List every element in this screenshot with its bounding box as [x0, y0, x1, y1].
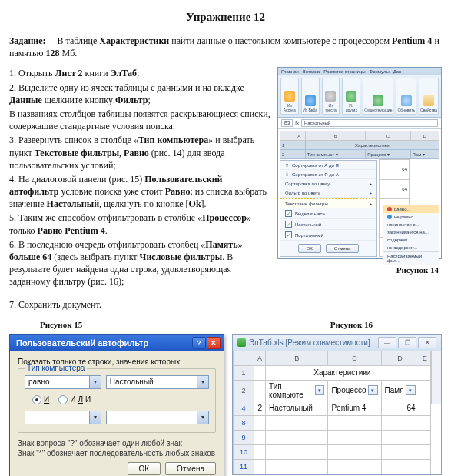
rib-props[interactable]: Свойства: [419, 78, 439, 115]
filter-begins[interactable]: начинается с...: [383, 221, 439, 228]
filter-notcontains[interactable]: не содержит...: [383, 244, 439, 251]
tab-formulas[interactable]: Формулы: [370, 69, 390, 74]
dropdown-icon: ▾: [89, 411, 101, 424]
step-7: 7. Сохранить документ.: [9, 299, 442, 311]
dropdown-icon: ▾: [197, 376, 208, 388]
figure-14-caption: Рисунок 14: [277, 265, 439, 275]
fx-icon[interactable]: fx: [295, 121, 299, 125]
ribbon-tabs: Главная Вставка Разметка страницы Формул…: [278, 68, 441, 75]
sort-color[interactable]: Сортировка по цвету▸: [280, 179, 376, 188]
dropdown-icon: ▾: [89, 376, 101, 388]
tab-home[interactable]: Главная: [281, 69, 299, 74]
ok-button[interactable]: ОК: [128, 462, 161, 475]
help-button[interactable]: ?: [192, 337, 206, 349]
figure-15-dialog: Пользовательский автофильтр ? ✕ Показать…: [9, 334, 224, 476]
combo-value[interactable]: Настольный▾: [106, 375, 209, 389]
sort-asc[interactable]: ⬆Сортировка от А до Я: [280, 161, 376, 170]
sheet-grid: A B C D 1Характеристики 2 Тип компьют ▾ …: [280, 131, 439, 159]
task-label: Задание:: [9, 35, 46, 46]
dropdown-icon: ▾: [197, 411, 208, 424]
filter-icon[interactable]: ▾: [406, 385, 416, 395]
check-all[interactable]: ✓Выделить все: [280, 208, 376, 219]
filter-custom[interactable]: Настраиваемый фил...: [383, 251, 439, 265]
ok-button[interactable]: ОК: [298, 244, 321, 253]
combo-condition-2[interactable]: ▾: [25, 411, 101, 424]
filter-ends[interactable]: заканчивается на...: [383, 228, 439, 236]
globe-icon: [305, 95, 316, 106]
radio-and[interactable]: И: [32, 395, 49, 404]
name-box[interactable]: B3: [281, 119, 293, 127]
tab-layout[interactable]: Разметка страницы: [323, 69, 365, 74]
sort-desc[interactable]: ⬇Сортировка от Я до А: [280, 170, 376, 179]
cancel-button[interactable]: Отмена: [165, 462, 216, 475]
autofilter-menu: ⬆Сортировка от А до Я ⬇Сортировка от Я д…: [280, 160, 377, 257]
figure-15-caption: Рисунок 15: [40, 320, 82, 329]
rib-exist[interactable]: Существующие: [363, 78, 393, 115]
text-icon: [325, 91, 336, 102]
cancel-button[interactable]: Отмена: [326, 244, 360, 253]
filter-icon[interactable]: ▾: [315, 385, 324, 395]
filter-notequals[interactable]: не равно...: [383, 213, 439, 221]
db-icon: [284, 91, 295, 102]
formula-bar[interactable]: Настольный: [301, 119, 438, 127]
conn-icon: [373, 95, 383, 106]
hint-1: Знак вопроса "?" обозначает один любой з…: [18, 439, 216, 448]
bullet-icon: [387, 207, 392, 211]
refresh-icon: [401, 95, 412, 106]
rib-other[interactable]: Из других: [342, 78, 360, 115]
tab-data[interactable]: Дан: [393, 69, 402, 74]
combo-condition[interactable]: равно▾: [25, 375, 101, 389]
filter-equals[interactable]: равно...: [383, 205, 439, 213]
rib-web[interactable]: Из Веба: [301, 78, 320, 115]
rib-refresh[interactable]: Обновить: [396, 78, 416, 115]
task-paragraph: Задание: В таблице Характеристики найти …: [9, 35, 442, 59]
group-legend: Тип компьютера: [25, 364, 87, 372]
close-button[interactable]: ✕: [207, 337, 221, 349]
text-filters[interactable]: Текстовые фильтры▸: [280, 198, 376, 208]
steps-column: 1. Открыть Лист 2 книги ЭлТаб; 2. Выдели…: [9, 67, 273, 289]
props-icon: [423, 95, 434, 106]
window-title: ЭлТаб.xls [Режим совместимости]: [249, 338, 370, 347]
figure-14-excel: Главная Вставка Разметка страницы Формул…: [277, 67, 442, 259]
ribbon-buttons: Из Access Из Веба Из текста Из других Су…: [278, 75, 441, 118]
check-laptop[interactable]: ✓Портативный: [280, 230, 376, 241]
dialog-title: Пользовательский автофильтр: [16, 338, 148, 348]
other-icon: [346, 91, 356, 102]
figure-16-excel: ЭлТаб.xls [Режим совместимости] — ❐ ✕ A …: [232, 334, 442, 475]
figure-16-caption: Рисунок 16: [330, 320, 373, 329]
combo-value-2[interactable]: ▾: [106, 411, 209, 424]
page-title: Упражнение 12: [9, 11, 442, 24]
vertical-scrollbar[interactable]: [431, 351, 441, 404]
radio-or[interactable]: ИЛИ: [58, 395, 91, 404]
minimize-button[interactable]: —: [378, 337, 396, 348]
bullet-icon: [387, 215, 392, 219]
filter-icon[interactable]: ▾: [368, 385, 378, 395]
filter-color[interactable]: Фильтр по цвету▸: [280, 188, 376, 198]
maximize-button[interactable]: ❐: [398, 337, 416, 348]
result-grid: A B C D E 1 Характеристики 2 Тип компьют…: [233, 351, 431, 474]
check-desktop[interactable]: ✓Настольный: [280, 219, 376, 230]
rib-text[interactable]: Из текста: [322, 78, 340, 115]
text-filters-submenu: равно... не равно... начинается с... зак…: [383, 205, 439, 265]
hint-2: Знак "*" обозначает последовательность л…: [18, 449, 216, 458]
tab-insert[interactable]: Вставка: [303, 69, 320, 74]
rib-access[interactable]: Из Access: [280, 78, 299, 115]
close-button[interactable]: ✕: [418, 337, 436, 348]
excel-icon: [237, 338, 246, 347]
filter-contains[interactable]: содержит...: [383, 236, 439, 244]
